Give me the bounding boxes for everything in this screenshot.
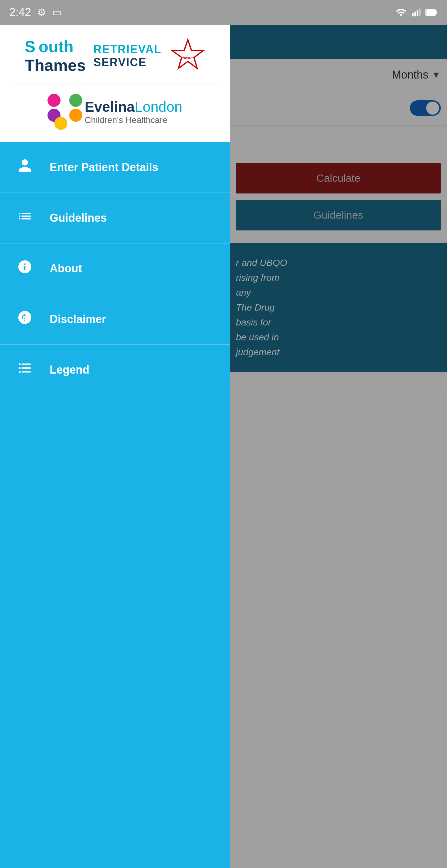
evelina-subtitle: Children's Healthcare: [85, 115, 183, 125]
wifi-icon: [395, 7, 407, 18]
patient-label: Enter Patient Details: [50, 161, 158, 174]
svg-rect-6: [426, 10, 435, 15]
evelina-dots: [47, 94, 78, 130]
dot-green: [69, 94, 82, 107]
sidebar-item-disclaimer[interactable]: c Disclaimer: [0, 294, 230, 345]
copyright-svg: c: [17, 310, 33, 325]
evelina-text-block: Evelina London Children's Healthcare: [85, 98, 183, 125]
dot-pink: [47, 94, 61, 107]
evelina-logo: Evelina London Children's Healthcare: [47, 94, 183, 130]
star-container: children: [171, 38, 205, 73]
sidebar-item-about[interactable]: About: [0, 244, 230, 294]
logo-south: S: [25, 37, 36, 56]
evelina-name-row: Evelina London: [85, 98, 183, 115]
star-icon: children: [171, 38, 205, 72]
legend-label: Legend: [50, 363, 89, 376]
signal-icon: [411, 7, 421, 18]
south-thames-logo: S outh Thames RETRIEVAL SERVICE children: [25, 37, 205, 74]
logo-south2: outh: [38, 37, 73, 56]
status-bar: 2:42 ⚙ ▭: [0, 0, 447, 25]
disclaimer-label: Disclaimer: [50, 313, 106, 326]
drawer-overlay[interactable]: [230, 25, 447, 868]
battery-icon: [425, 7, 438, 18]
logo-service: SERVICE: [93, 56, 161, 69]
nav-drawer: S outh Thames RETRIEVAL SERVICE children: [0, 25, 230, 868]
logo-thames: Thames: [25, 56, 86, 74]
sidebar-item-guidelines[interactable]: Guidelines: [0, 193, 230, 244]
svg-rect-0: [412, 13, 414, 17]
guidelines-icon: [15, 208, 34, 228]
logo-divider: [12, 84, 217, 85]
legend-svg: [17, 360, 33, 376]
svg-rect-5: [436, 11, 437, 14]
guidelines-svg: [17, 208, 33, 224]
evelina-name2: London: [135, 98, 183, 115]
person-icon: [15, 158, 34, 177]
svg-text:c: c: [23, 313, 27, 321]
svg-text:children: children: [181, 56, 195, 60]
status-icons-right: [395, 7, 438, 18]
svg-rect-3: [419, 9, 421, 17]
info-icon: [15, 259, 34, 278]
svg-rect-1: [414, 12, 416, 17]
legend-icon: [15, 360, 34, 379]
person-svg: [17, 158, 33, 173]
svg-marker-7: [172, 40, 203, 68]
settings-icon: ⚙: [37, 6, 46, 18]
status-time: 2:42: [9, 6, 31, 19]
evelina-name1: Evelina: [85, 98, 135, 115]
info-svg: [17, 259, 33, 275]
guidelines-label: Guidelines: [50, 212, 107, 224]
about-label: About: [50, 262, 82, 275]
sim-icon: ▭: [53, 6, 62, 18]
copyright-icon: c: [15, 310, 34, 329]
svg-rect-2: [417, 10, 418, 17]
sidebar-item-legend[interactable]: Legend: [0, 345, 230, 395]
sidebar-item-patient[interactable]: Enter Patient Details: [0, 142, 230, 193]
logo-area: S outh Thames RETRIEVAL SERVICE children: [0, 25, 230, 142]
menu-area: Enter Patient Details Guidelines About: [0, 142, 230, 868]
dot-yellow: [54, 117, 67, 130]
logo-retrieval: RETRIEVAL: [93, 43, 161, 56]
dot-orange: [69, 109, 82, 122]
